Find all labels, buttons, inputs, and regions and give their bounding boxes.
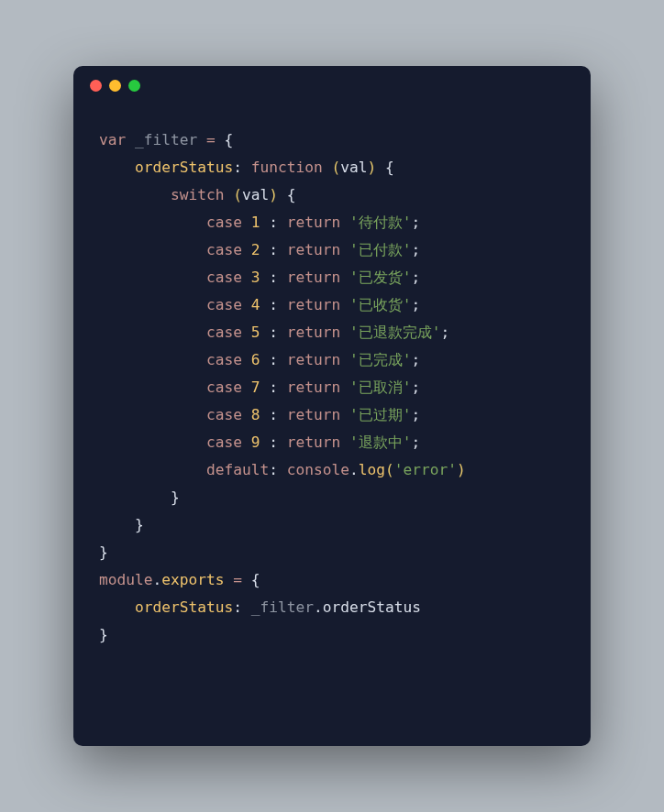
code-line: case 1 : return '待付款'; [99, 209, 565, 236]
code-line: switch (val) { [99, 181, 565, 209]
close-icon[interactable] [90, 80, 102, 92]
code-line: var _filter = { [99, 126, 565, 154]
code-line: case 6 : return '已完成'; [99, 346, 565, 374]
code-line: case 2 : return '已付款'; [99, 236, 565, 264]
code-line: } [99, 511, 565, 539]
code-line: default: console.log('error') [99, 456, 565, 484]
minimize-icon[interactable] [109, 80, 121, 92]
code-line: orderStatus: _filter.orderStatus [99, 594, 565, 621]
code-line: orderStatus: function (val) { [99, 154, 565, 181]
code-line: } [99, 539, 565, 566]
code-line: case 9 : return '退款中'; [99, 429, 565, 456]
code-line: case 8 : return '已过期'; [99, 401, 565, 429]
code-line: case 7 : return '已取消'; [99, 374, 565, 401]
window-titlebar [73, 66, 591, 104]
code-line: } [99, 621, 565, 649]
code-line: case 5 : return '已退款完成'; [99, 319, 565, 346]
code-line: case 3 : return '已发货'; [99, 264, 565, 291]
code-line: module.exports = { [99, 566, 565, 594]
code-content: var _filter = { orderStatus: function (v… [73, 104, 591, 675]
code-window: var _filter = { orderStatus: function (v… [73, 66, 591, 746]
code-line: case 4 : return '已收货'; [99, 291, 565, 319]
maximize-icon[interactable] [128, 80, 140, 92]
code-line: } [99, 484, 565, 511]
